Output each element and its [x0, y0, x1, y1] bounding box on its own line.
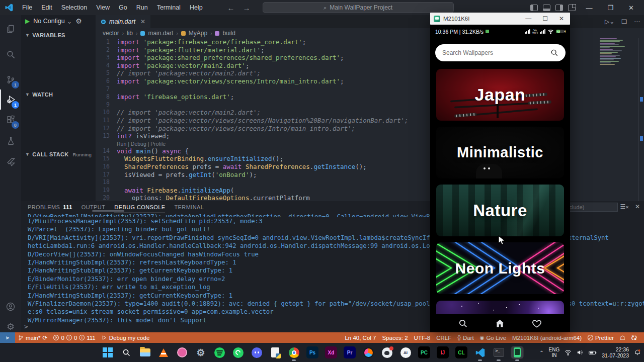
minimap[interactable] — [600, 38, 628, 70]
start-debug-icon[interactable]: ▶ — [25, 18, 30, 25]
eol[interactable]: CRLF — [433, 335, 454, 341]
customize-layout-icon[interactable] — [568, 5, 576, 11]
menu-terminal[interactable]: Terminal — [152, 0, 185, 15]
taskbar-settings[interactable]: ⚙ — [195, 346, 207, 358]
wallpaper-search-bar[interactable]: Search Wallpapers — [435, 44, 566, 61]
console-prompt[interactable]: > — [24, 323, 28, 330]
taskbar-whatsapp[interactable] — [232, 346, 244, 358]
phone-maximize-button[interactable]: ☐ — [542, 15, 548, 22]
taskbar-intellij[interactable]: IJ — [437, 346, 449, 358]
run-debug-icon[interactable]: 1 — [0, 89, 21, 110]
taskbar-asus-app[interactable] — [176, 346, 188, 358]
taskbar-terminal[interactable]: >_ — [493, 346, 505, 358]
taskbar-vlc[interactable] — [157, 346, 170, 358]
battery-icon[interactable] — [589, 350, 597, 355]
panel-tab-terminal[interactable]: TERMINAL — [174, 201, 204, 213]
taskbar-ai-app[interactable]: AI — [399, 346, 412, 358]
toggle-secondary-sidebar-icon[interactable] — [555, 5, 563, 11]
go-live[interactable]: ◉Go Live — [477, 335, 509, 341]
taskbar-obs[interactable] — [381, 346, 393, 358]
minimize-button[interactable]: — — [581, 4, 597, 12]
account-icon[interactable] — [0, 297, 21, 317]
forward-arrow-icon[interactable]: → — [243, 4, 251, 12]
wallpaper-card-japan[interactable]: Japan — [436, 69, 564, 121]
nav-favorites-heart-icon[interactable] — [532, 319, 542, 329]
language-indicator[interactable]: ENGIN — [549, 347, 560, 358]
back-arrow-icon[interactable]: ← — [227, 4, 235, 12]
cursor-position[interactable]: Ln 40, Col 7 — [342, 335, 379, 341]
wallpaper-card-neon[interactable]: Neon Lights — [436, 242, 564, 294]
section-variables[interactable]: ▼VARIABLES — [25, 32, 92, 38]
debug-settings-gear-icon[interactable]: ⚙ — [75, 17, 82, 25]
branch-indicator[interactable]: main* ⟳ — [15, 334, 50, 341]
taskbar-android-mirror[interactable] — [511, 346, 523, 358]
menu-run[interactable]: Run — [132, 0, 152, 15]
command-center-search[interactable]: ⌕ Main WallPaper Project — [263, 2, 454, 13]
notification-bell-icon[interactable] — [634, 349, 641, 356]
taskbar-spotify[interactable] — [213, 346, 225, 358]
tray-expand-icon[interactable]: ⌃ — [539, 350, 543, 355]
close-button[interactable]: ✕ — [623, 4, 639, 12]
breadcrumb-item[interactable]: lib — [127, 30, 133, 37]
breadcrumb-item[interactable]: main.dart — [148, 30, 173, 37]
toggle-panel-icon[interactable] — [543, 5, 550, 11]
prettier[interactable]: |Prettier — [585, 335, 617, 341]
wallpaper-card-galaxy[interactable] — [436, 301, 564, 314]
phone-minimize-button[interactable]: — — [525, 15, 531, 22]
taskbar-resolve[interactable] — [362, 346, 374, 358]
explorer-icon[interactable] — [0, 19, 21, 39]
taskbar-explorer[interactable] — [139, 346, 151, 358]
restore-button[interactable]: ❐ — [602, 4, 618, 12]
language-mode[interactable]: {}Dart — [454, 335, 476, 341]
section-callstack[interactable]: ▼CALL STACK Running — [25, 151, 92, 157]
menu-file[interactable]: File — [18, 0, 37, 15]
run-file-icon[interactable]: ▷⌄ — [605, 18, 614, 25]
phone-close-button[interactable]: ✕ — [559, 15, 564, 22]
tab-close-icon[interactable]: ✕ — [140, 18, 145, 25]
nav-home-icon[interactable] — [495, 318, 505, 329]
toggle-sidebar-icon[interactable] — [530, 5, 538, 11]
remote-indicator[interactable]: ⪢ — [0, 332, 15, 343]
source-control-icon[interactable]: 1 — [0, 69, 21, 89]
flutter-icon[interactable] — [0, 152, 21, 172]
device-target[interactable]: M2101K6I (android-arm64) — [509, 335, 585, 341]
extensions-icon[interactable]: 8 — [0, 110, 21, 130]
panel-scrollbar[interactable] — [92, 210, 124, 212]
menu-help[interactable]: Help — [185, 0, 207, 15]
indentation[interactable]: Spaces: 2 — [379, 335, 411, 341]
taskbar-chrome[interactable] — [288, 346, 300, 358]
tab-main-dart[interactable]: main.dart ✕ — [96, 15, 150, 28]
taskbar-python-editor[interactable] — [269, 346, 281, 358]
testing-icon[interactable] — [0, 131, 21, 151]
taskbar-start[interactable] — [102, 346, 114, 358]
search-view-icon[interactable] — [0, 44, 21, 64]
taskbar-search[interactable] — [120, 346, 132, 358]
nav-search-icon[interactable] — [458, 319, 468, 328]
section-watch[interactable]: ▼WATCH — [25, 92, 92, 98]
taskbar-pycharm[interactable]: PC — [418, 346, 430, 358]
menu-edit[interactable]: Edit — [37, 0, 57, 15]
feedback-icon[interactable]: ☖ — [617, 334, 628, 341]
split-editor-icon[interactable]: ❏ — [621, 18, 627, 25]
clock[interactable]: 22:3631-07-2023 — [602, 346, 629, 358]
menu-go[interactable]: Go — [114, 0, 132, 15]
taskbar-discord[interactable] — [251, 346, 263, 358]
wallpaper-card-nature[interactable]: Nature — [436, 185, 564, 236]
panel-tab-problems[interactable]: PROBLEMS111 — [28, 201, 72, 213]
taskbar-adobe-xd[interactable]: Xd — [325, 346, 337, 358]
breadcrumb-item[interactable]: MyApp — [189, 30, 207, 37]
taskbar-clion[interactable]: CL — [455, 346, 467, 358]
close-panel-icon[interactable]: ✕ — [635, 203, 640, 210]
volume-icon[interactable] — [577, 349, 584, 355]
taskbar-photoshop[interactable]: Ps — [306, 346, 318, 358]
menu-selection[interactable]: Selection — [57, 0, 92, 15]
wifi-icon[interactable] — [565, 349, 572, 355]
problems-indicator[interactable]: ✕0 !0 i111 — [50, 335, 98, 341]
menu-view[interactable]: View — [92, 0, 114, 15]
encoding[interactable]: UTF-8 — [411, 335, 434, 341]
phone-window-titlebar[interactable]: M2101K6I — ☐ ✕ — [430, 13, 570, 25]
taskbar-premiere[interactable]: Pr — [344, 346, 356, 358]
notifications-bell-icon[interactable]: 🗘 — [628, 335, 640, 341]
breadcrumb-item[interactable]: vector — [103, 30, 119, 37]
taskbar-vscode[interactable] — [474, 346, 486, 358]
